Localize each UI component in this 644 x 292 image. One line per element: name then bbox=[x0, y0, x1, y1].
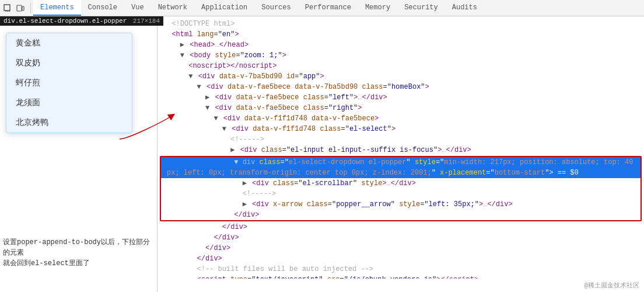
code-line: </div> bbox=[158, 243, 644, 253]
code-line: ▼ <div data-v-f1f1d748 class="el-select"… bbox=[158, 124, 644, 134]
devtools-tabs: Elements Console Vue Network Application… bbox=[33, 0, 484, 16]
tooltip-dimensions: 217×184 bbox=[133, 18, 160, 25]
right-panel: <!DOCTYPE html> <html lang="en"> ▶ <head… bbox=[158, 16, 644, 292]
dropdown-item-5[interactable]: 北京烤鸭 bbox=[6, 113, 132, 133]
left-panel: div.el-select-dropdown.el-popper 217×184… bbox=[0, 16, 158, 292]
highlighted-line: ▼ div class="el-select-dropdown el-poppe… bbox=[161, 157, 640, 178]
svg-rect-0 bbox=[4, 5, 10, 11]
code-line: ▶ <div class="el-input el-input--suffix … bbox=[158, 145, 644, 155]
code-line: ▼ <div data-v-fae5bece data-v-7ba5bd90 c… bbox=[158, 82, 644, 92]
code-line: </div> bbox=[161, 210, 640, 220]
tab-memory[interactable]: Memory bbox=[358, 0, 397, 16]
code-line: ▼ <div data-v-f1f1d748 data-v-fae5bece> bbox=[158, 113, 644, 124]
svg-rect-4 bbox=[17, 5, 22, 11]
annotation-line2: 就会回到el-select里面了 bbox=[3, 258, 157, 269]
code-line: ▼ <body style="zoom: 1;"> bbox=[158, 50, 644, 61]
code-line: ▼ <div data-v-7ba5bd90 id="app"> bbox=[158, 71, 644, 82]
code-line: <!-- built files will be auto injected -… bbox=[158, 264, 644, 274]
code-line: ▼ <div data-v-fae5bece class="right"> bbox=[158, 103, 644, 113]
tab-vue[interactable]: Vue bbox=[124, 0, 151, 16]
code-line: <!-----> bbox=[161, 189, 640, 199]
tab-elements[interactable]: Elements bbox=[33, 0, 81, 16]
dropdown-item-1[interactable]: 黄金糕 bbox=[6, 33, 132, 53]
code-line: <!DOCTYPE html> bbox=[158, 19, 644, 29]
tab-console[interactable]: Console bbox=[81, 0, 124, 16]
tab-performance[interactable]: Performance bbox=[298, 0, 358, 16]
code-line: </div> bbox=[158, 253, 644, 264]
device-icon[interactable] bbox=[15, 3, 26, 13]
red-border-section: ▼ div class="el-select-dropdown el-poppe… bbox=[160, 156, 642, 221]
devtools-toolbar: Elements Console Vue Network Application… bbox=[0, 0, 644, 16]
annotation-text: 设置poper-append-to-body以后，下拉部分的元素 就会回到el-… bbox=[3, 237, 157, 269]
code-line: <script type="text/javascript" src="/js/… bbox=[158, 274, 644, 279]
dropdown-item-2[interactable]: 双皮奶 bbox=[6, 53, 132, 73]
tab-audits[interactable]: Audits bbox=[445, 0, 484, 16]
code-line: ▶ <head>…</head> bbox=[158, 40, 644, 50]
toolbar-icons bbox=[2, 3, 31, 13]
code-line: ▶ <div data-v-fae5bece class="left">…</d… bbox=[158, 92, 644, 103]
svg-rect-5 bbox=[22, 6, 24, 11]
main-layout: div.el-select-dropdown.el-popper 217×184… bbox=[0, 16, 644, 292]
tooltip-class: div.el-select-dropdown.el-popper bbox=[4, 18, 127, 25]
tab-security[interactable]: Security bbox=[397, 0, 445, 16]
code-line: <html lang="en"> bbox=[158, 29, 644, 40]
code-line: </div> bbox=[158, 232, 644, 243]
tab-application[interactable]: Application bbox=[194, 0, 254, 16]
code-line: <!-----> bbox=[158, 134, 644, 145]
dropdown-item-3[interactable]: 蚵仔煎 bbox=[6, 73, 132, 93]
code-area[interactable]: <!DOCTYPE html> <html lang="en"> ▶ <head… bbox=[158, 16, 644, 279]
tab-network[interactable]: Network bbox=[151, 0, 194, 16]
code-line: </div> bbox=[158, 222, 644, 232]
annotation-line1: 设置poper-append-to-body以后，下拉部分的元素 bbox=[3, 237, 157, 258]
inspect-icon[interactable] bbox=[2, 3, 13, 13]
dropdown-item-4[interactable]: 龙须面 bbox=[6, 93, 132, 113]
code-line: <noscript></noscript> bbox=[158, 61, 644, 71]
code-line: ▶ <div class="el-scrollbar" style>…</div… bbox=[161, 178, 640, 189]
tab-sources[interactable]: Sources bbox=[254, 0, 298, 16]
dropdown-container: 黄金糕 双皮奶 蚵仔煎 龙须面 北京烤鸭 bbox=[6, 33, 132, 133]
watermark: @稀土掘金技术社区 bbox=[158, 279, 644, 292]
code-line: ▶ <div x-arrow class="popper__arrow" sty… bbox=[161, 199, 640, 210]
tooltip-badge: div.el-select-dropdown.el-popper 217×184 bbox=[0, 16, 163, 26]
